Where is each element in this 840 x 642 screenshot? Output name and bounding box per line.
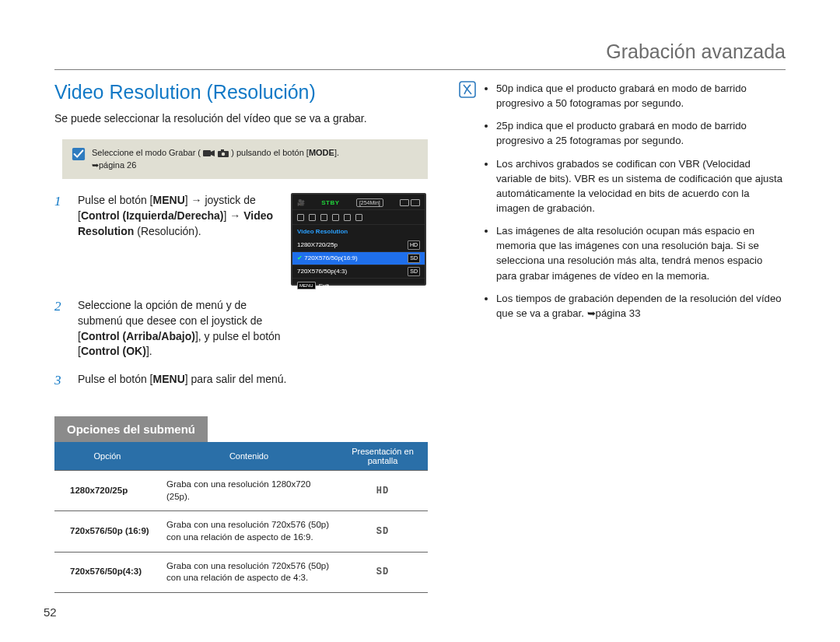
list-item: Las imágenes de alta resolución ocupan m… [496, 223, 786, 283]
lcd-exit-hint: MENUExit [292, 279, 425, 293]
svg-rect-1 [203, 150, 211, 156]
options-table: Opción Contenido Presentación en pantall… [54, 442, 428, 592]
mode-note-text: Seleccione el modo Grabar ( ) pulsando e… [92, 147, 339, 172]
step-1-body: Pulse el botón [MENU] → joystick de [Con… [78, 193, 428, 286]
page-number: 52 [44, 605, 57, 619]
table-row: 720x576/50p (16:9) Graba con una resoluc… [54, 511, 428, 552]
th-display: Presentación en pantalla [338, 442, 428, 471]
section-title: Grabación avanzada [54, 40, 786, 70]
step-3: 3 Pulse el botón [MENU] para salir del m… [54, 372, 428, 388]
lead-paragraph: Se puede seleccionar la resolución del v… [54, 111, 428, 127]
status-icons [400, 199, 420, 206]
submenu-options-heading: Opciones del submenú [54, 416, 208, 442]
lcd-item-selected: ✔ 720X576/50p(16:9)SD [292, 252, 425, 265]
step-1: 1 Pulse el botón [MENU] → joystick de [C… [54, 193, 428, 286]
lcd-item: 720X576/50p(4:3)SD [292, 265, 425, 279]
table-row: 720x576/50p(4:3) Graba con una resolució… [54, 552, 428, 592]
page-ref: ➥página 26 [92, 160, 136, 170]
mode-note-box: Seleccione el modo Grabar ( ) pulsando e… [62, 139, 428, 180]
remaining-time: [254Min] [356, 198, 383, 208]
video-icon [203, 148, 218, 157]
svg-rect-3 [221, 149, 224, 152]
step-2: 2 Seleccione la opción de menú y de subm… [54, 298, 428, 359]
right-column: 50p indica que el producto grabará en mo… [459, 81, 786, 593]
stby-label: STBY [321, 198, 339, 207]
info-icon [459, 81, 476, 101]
list-item: 25p indica que el producto grabará en mo… [496, 118, 786, 148]
th-option: Opción [54, 442, 160, 471]
step-number: 2 [54, 298, 68, 359]
steps-list: 1 Pulse el botón [MENU] → joystick de [C… [54, 193, 428, 387]
list-item: 50p indica que el producto grabará en mo… [496, 81, 786, 111]
two-column-layout: Video Resolution (Resolución) Se puede s… [54, 81, 786, 593]
rec-mode-icon: 🎥 [297, 198, 305, 207]
lcd-item: 1280X720/25pHD [292, 239, 425, 252]
list-item: Los archivos grabados se codifican con V… [496, 156, 786, 216]
camera-lcd-preview: 🎥 STBY [254Min] Video Resolution 1280X72… [291, 193, 426, 286]
photo-icon [218, 148, 231, 157]
notes-list: 50p indica que el producto grabará en mo… [482, 81, 786, 328]
lcd-menu-title: Video Resolution [292, 225, 425, 238]
list-item: Los tiempos de grabación dependen de la … [496, 291, 786, 321]
table-row: 1280x720/25p Graba con una resolución 12… [54, 471, 428, 511]
check-icon [72, 147, 86, 161]
step-number: 1 [54, 193, 68, 286]
page-heading: Video Resolution (Resolución) [54, 81, 428, 103]
svg-point-4 [222, 152, 225, 155]
th-content: Contenido [160, 442, 338, 471]
left-column: Video Resolution (Resolución) Se puede s… [54, 81, 428, 593]
step-number: 3 [54, 372, 68, 388]
